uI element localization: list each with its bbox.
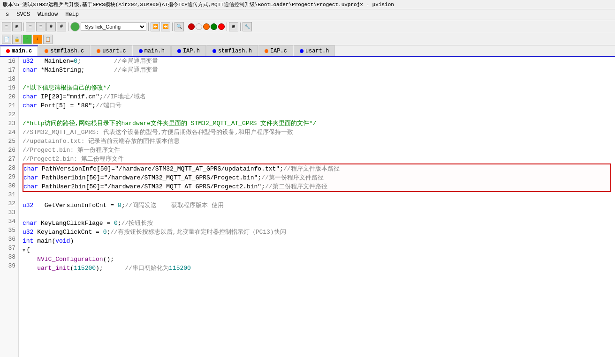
toolbar-sep-1 xyxy=(23,22,24,31)
tab-usart-c[interactable]: usart.c xyxy=(91,45,132,56)
code-line-19: /*以下信息请根据自己的修改*/ xyxy=(23,83,611,92)
line-number-32: 32 xyxy=(0,199,18,208)
toolbar2-btn-3[interactable]: ↑ xyxy=(23,35,32,44)
menu-svcs[interactable]: SVCS xyxy=(13,10,34,19)
toolbar-btn-4[interactable]: ≡ xyxy=(36,22,46,31)
menu-window[interactable]: Window xyxy=(34,10,61,19)
code-line-38: NVIC_Configuration(); xyxy=(23,255,611,264)
toolbar-debug-green[interactable] xyxy=(211,23,217,30)
code-line-24: //STM32_MQTT_AT_GPRS: 代表这个设备的型号,方便后期做各种型… xyxy=(23,128,611,137)
line-number-37: 37 xyxy=(0,244,18,253)
code-line-36: int main(void) xyxy=(23,237,611,245)
tab-main-h[interactable]: main.h xyxy=(133,45,171,56)
toolbar-sep-2 xyxy=(68,22,68,31)
code-line-26: //Progect.bin: 第一份程序文件 xyxy=(23,146,611,155)
toolbar-btn-grid[interactable]: ⊞ xyxy=(229,22,238,31)
toolbar2-btn-4[interactable]: ↓ xyxy=(33,35,42,44)
tabs-bar: main.cstmflash.cusart.cmain.hIAP.hstmfla… xyxy=(0,45,615,57)
tab-label-IAP-h: IAP.h xyxy=(183,48,200,54)
title-text: 版本\5-测试STM32远程乒乓升级,基于GPRS模块(Air202,SIM80… xyxy=(3,2,394,7)
toolbar-debug-empty[interactable] xyxy=(196,23,202,30)
menu-s[interactable]: s xyxy=(2,10,13,19)
toolbar-btn-search[interactable]: 🔍 xyxy=(175,22,184,31)
toolbar-1: ≡ ⊞ ≡ ≡ # # SysTick_Config ⏩ ⏪ 🔍 ⊞ 🔧 xyxy=(0,20,615,33)
tab-label-usart-c: usart.c xyxy=(102,48,126,54)
tab-label-usart-h: usart.h xyxy=(305,48,329,54)
tab-label-main-c: main.c xyxy=(12,48,32,54)
toolbar-btn-5[interactable]: # xyxy=(46,22,56,31)
code-line-25: //updatainfo.txt: 记录当前云端存放的固件版本信息 xyxy=(23,137,611,146)
toolbar2-btn-1[interactable]: 📄 xyxy=(2,35,11,44)
toolbar-btn-3[interactable]: ≡ xyxy=(26,22,35,31)
toolbar-btn-8[interactable]: ⏪ xyxy=(161,22,170,31)
code-line-33 xyxy=(23,210,611,219)
line-number-31: 31 xyxy=(0,190,18,199)
line-number-36: 36 xyxy=(0,235,18,244)
toolbar-btn-wrench[interactable]: 🔧 xyxy=(243,22,252,31)
title-bar: 版本\5-测试STM32远程乒乓升级,基于GPRS模块(Air202,SIM80… xyxy=(0,0,615,9)
tab-label-stmflash-h: stmflash.h xyxy=(218,48,252,54)
tab-IAP-h[interactable]: IAP.h xyxy=(171,45,206,56)
tab-stmflash-h[interactable]: stmflash.h xyxy=(206,45,258,56)
toolbar-icon-green[interactable] xyxy=(70,22,80,31)
line-number-35: 35 xyxy=(0,226,18,235)
code-line-23: /*http访问的路径,网站根目录下的hardware文件夹里面的 STM32_… xyxy=(23,119,611,128)
code-line-16: u32 MainLen=0; //全局通用变量 xyxy=(23,57,611,66)
toolbar-debug-red2[interactable] xyxy=(218,23,225,30)
code-line-37: ▼{ xyxy=(23,245,611,255)
line-number-16: 16 xyxy=(0,57,18,66)
line-number-34: 34 xyxy=(0,217,18,226)
tab-label-stmflash-c: stmflash.c xyxy=(50,48,84,54)
code-line-29: char PathUser1bin[50]="/hardware/STM32_M… xyxy=(23,173,611,182)
function-dropdown[interactable]: SysTick_Config xyxy=(81,22,146,31)
line-number-23: 23 xyxy=(0,119,18,128)
tab-dot-IAP-h xyxy=(177,49,181,53)
menu-bar: s SVCS Window Help xyxy=(0,9,615,20)
code-line-17: char *MainString; //全局通用变量 xyxy=(23,66,611,74)
line-number-29: 29 xyxy=(0,172,18,181)
line-number-18: 18 xyxy=(0,74,18,83)
code-line-18 xyxy=(23,74,611,83)
tab-label-main-h: main.h xyxy=(144,48,165,54)
tab-stmflash-c[interactable]: stmflash.c xyxy=(38,45,90,56)
code-line-27: //Progect2.bin: 第二份程序文件 xyxy=(23,155,611,163)
toolbar-sep-5 xyxy=(186,22,186,31)
tab-dot-main-c xyxy=(6,49,10,53)
toolbar-sep-3 xyxy=(148,22,149,31)
line-number-27: 27 xyxy=(0,155,18,163)
line-number-25: 25 xyxy=(0,137,18,146)
line-number-38: 38 xyxy=(0,253,18,261)
tab-IAP-c[interactable]: IAP.c xyxy=(258,45,293,56)
tab-usart-h[interactable]: usart.h xyxy=(294,45,335,56)
line-number-26: 26 xyxy=(0,146,18,155)
code-content[interactable]: u32 MainLen=0; //全局通用变量char *MainString;… xyxy=(19,57,615,357)
code-line-20: char IP[20]="mnif.cn";//IP地址/域名 xyxy=(23,92,611,101)
toolbar-btn-7[interactable]: ⏩ xyxy=(151,22,160,31)
code-line-22 xyxy=(23,110,611,119)
toolbar-btn-6[interactable]: # xyxy=(57,22,66,31)
code-line-39: uart_init(115200); //串口初始化为115200 xyxy=(23,264,611,273)
line-number-39: 39 xyxy=(0,261,18,270)
toolbar-debug-orange[interactable] xyxy=(203,23,210,30)
code-line-31 xyxy=(23,192,611,201)
tab-dot-usart-c xyxy=(97,49,100,53)
code-line-32: u32 GetVersionInfoCnt = 0;//间隔发送 获取程序版本 … xyxy=(23,201,611,210)
line-numbers: 1617181920212223242526272829303132333435… xyxy=(0,57,19,357)
toolbar-2: 📄 🔒 ↑ ↓ 📋 xyxy=(0,33,615,45)
collapse-arrow[interactable]: ▼ xyxy=(23,248,25,253)
toolbar-btn-1[interactable]: ≡ xyxy=(2,22,11,31)
code-area[interactable]: 1617181920212223242526272829303132333435… xyxy=(0,57,615,357)
toolbar2-btn-5[interactable]: 📋 xyxy=(43,35,53,44)
line-number-22: 22 xyxy=(0,110,18,119)
tab-dot-usart-h xyxy=(300,49,304,53)
code-line-21: char Port[5] = "80";//端口号 xyxy=(23,101,611,110)
code-line-30: char PathUser2bin[50]="/hardware/STM32_M… xyxy=(23,182,611,192)
code-line-28: char PathVersionInfo[50]="/hardware/STM3… xyxy=(23,163,611,173)
toolbar-btn-2[interactable]: ⊞ xyxy=(12,22,22,31)
tab-dot-stmflash-c xyxy=(45,49,48,53)
toolbar2-btn-2[interactable]: 🔒 xyxy=(12,35,22,44)
line-number-17: 17 xyxy=(0,66,18,74)
tab-main-c[interactable]: main.c xyxy=(0,45,38,56)
menu-help[interactable]: Help xyxy=(61,10,83,19)
toolbar-debug-stop[interactable] xyxy=(188,23,195,30)
